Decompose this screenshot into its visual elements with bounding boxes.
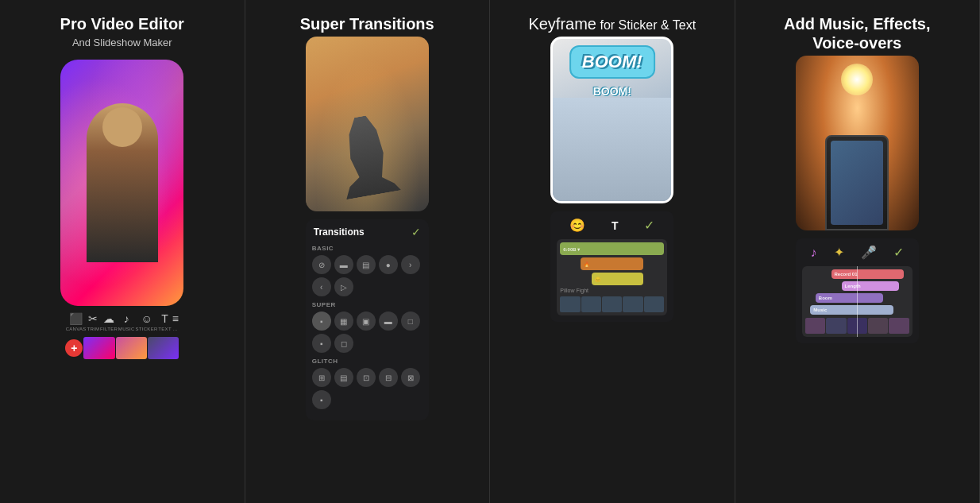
filter-icon: ☁ bbox=[103, 312, 114, 325]
toolbar-music[interactable]: ♪ MUSIC bbox=[118, 312, 135, 331]
glitch-label: GLITCH bbox=[312, 358, 422, 365]
trans-btn-4[interactable]: ● bbox=[379, 255, 398, 274]
music-icon-toolbar: ♪ bbox=[124, 312, 129, 325]
trans-btn-5[interactable]: › bbox=[401, 255, 420, 274]
keyframe-image: BOOM! BOOM! bbox=[550, 37, 673, 203]
people-background bbox=[553, 98, 671, 201]
super-btn-6[interactable]: ▪ bbox=[312, 334, 331, 353]
more-icon: ≡ bbox=[172, 312, 179, 325]
fs4-frame-4 bbox=[868, 318, 888, 334]
panel-keyframe: Keyframe for Sticker & Text BOOM! BOOM! … bbox=[490, 0, 735, 503]
super-btn-3[interactable]: ▣ bbox=[357, 311, 376, 331]
toolbar-filter[interactable]: ☁ FILTER bbox=[100, 312, 118, 331]
timeline-playhead bbox=[857, 266, 858, 337]
basic-transitions-row: ⊘ ▬ ▤ ● › ‹ ▷ bbox=[312, 255, 422, 296]
toolbar-bottom-1: ⬛ CANVAS ✂ TRIM ☁ FILTER ♪ MUSIC ☺ STICK… bbox=[60, 306, 183, 365]
fs3-frame-2 bbox=[581, 296, 601, 312]
kf-track-sticker: 🔥 bbox=[581, 257, 643, 270]
concert-image bbox=[796, 56, 919, 230]
glitch-btn-6[interactable]: ▪ bbox=[312, 390, 331, 409]
keyframe-icons-row: 😊 T ✓ bbox=[557, 218, 667, 233]
emoji-icon[interactable]: 😊 bbox=[569, 218, 585, 233]
trans-btn-1[interactable]: ⊘ bbox=[312, 255, 331, 274]
panel-2-title: Super Transitions bbox=[300, 14, 434, 33]
fs4-frame-1 bbox=[805, 318, 825, 334]
transitions-check[interactable]: ✓ bbox=[411, 226, 421, 238]
sparkle-icon[interactable]: ✦ bbox=[834, 245, 844, 260]
person-silhouette bbox=[87, 103, 158, 262]
super-transitions-row: ▪ ▦ ▣ ▬ □ ▪ ◻ bbox=[312, 311, 422, 353]
canvas-icon: ⬛ bbox=[69, 312, 83, 325]
toolbar-text[interactable]: T TEXT bbox=[158, 312, 172, 331]
glitch-transitions-row: ⊞ ▤ ⊡ ⊟ ⊠ ▪ bbox=[312, 368, 422, 409]
panel-3-title: Keyframe for Sticker & Text bbox=[528, 14, 696, 33]
basic-label: BASIC bbox=[312, 245, 422, 252]
super-btn-7[interactable]: ◻ bbox=[334, 334, 353, 353]
keyframe-bold: Keyframe bbox=[528, 15, 596, 33]
toolbar-icons-row: ⬛ CANVAS ✂ TRIM ☁ FILTER ♪ MUSIC ☺ STICK… bbox=[65, 312, 179, 331]
toolbar-more[interactable]: ≡ ... bbox=[172, 312, 179, 331]
filter-label: FILTER bbox=[100, 327, 118, 331]
add-clip-button[interactable]: + bbox=[65, 339, 83, 357]
transitions-header: Transitions ✓ bbox=[312, 226, 422, 238]
text-kf-icon[interactable]: T bbox=[612, 219, 619, 232]
super-btn-1[interactable]: ▪ bbox=[312, 311, 331, 331]
glitch-btn-5[interactable]: ⊠ bbox=[401, 368, 420, 387]
fs3-frame-5 bbox=[644, 296, 664, 312]
spotlight bbox=[841, 64, 873, 95]
canvas-label: CANVAS bbox=[66, 327, 87, 331]
panel-transitions: Super Transitions Transitions ✓ BASIC ⊘ … bbox=[245, 0, 491, 503]
audio-icons-row: ♪ ✦ 🎤 ✓ bbox=[802, 245, 912, 260]
filmstrip-3 bbox=[560, 296, 664, 312]
trans-btn-7[interactable]: ▷ bbox=[334, 277, 353, 296]
panel-1-title: Pro Video Editor bbox=[60, 14, 184, 33]
kf-track-text: 😊 bbox=[592, 273, 644, 285]
glitch-btn-1[interactable]: ⊞ bbox=[312, 368, 331, 387]
filmstrip-1: + bbox=[65, 336, 179, 360]
phone-hand bbox=[825, 135, 889, 230]
check-audio-icon[interactable]: ✓ bbox=[893, 245, 904, 260]
glitch-btn-4[interactable]: ⊟ bbox=[379, 368, 398, 387]
boom-track[interactable]: Boom bbox=[816, 293, 883, 303]
panel-1-subtitle: And Slideshow Maker bbox=[72, 37, 172, 48]
microphone-icon[interactable]: 🎤 bbox=[861, 245, 877, 260]
text-icon: T bbox=[161, 312, 168, 325]
skater-image bbox=[306, 37, 429, 211]
sticker-label: STICKER bbox=[135, 327, 157, 331]
toolbar-canvas[interactable]: ⬛ CANVAS bbox=[66, 312, 87, 331]
film-frame-2 bbox=[116, 337, 147, 359]
text-label: TEXT bbox=[158, 327, 172, 331]
trim-icon: ✂ bbox=[88, 312, 98, 325]
transitions-title: Transitions bbox=[314, 226, 365, 238]
boom-bubble: BOOM! bbox=[569, 45, 655, 79]
music-track[interactable]: Music bbox=[810, 305, 893, 315]
transitions-panel: Transitions ✓ BASIC ⊘ ▬ ▤ ● › ‹ ▷ SUPER … bbox=[306, 219, 429, 420]
trans-btn-6[interactable]: ‹ bbox=[312, 277, 331, 296]
trans-btn-2[interactable]: ▬ bbox=[334, 255, 353, 274]
length-track[interactable]: Length bbox=[842, 281, 899, 291]
trans-btn-3[interactable]: ▤ bbox=[357, 255, 376, 274]
glitch-btn-2[interactable]: ▤ bbox=[334, 368, 353, 387]
super-btn-2[interactable]: ▦ bbox=[334, 311, 353, 331]
super-btn-4[interactable]: ▬ bbox=[379, 311, 398, 331]
boom-text-2: BOOM! bbox=[593, 85, 631, 98]
panel-4-title: Add Music, Effects,Voice-overs bbox=[784, 14, 930, 52]
kf-track-main: 6:00B ▾ bbox=[560, 242, 664, 255]
film-frame-3 bbox=[148, 337, 179, 359]
film-frame-1 bbox=[83, 337, 114, 359]
music-note-icon[interactable]: ♪ bbox=[810, 246, 816, 260]
record-track[interactable]: Record 01 bbox=[831, 269, 905, 279]
toolbar-trim[interactable]: ✂ TRIM bbox=[87, 312, 99, 331]
keyframe-timeline: 6:00B ▾ 🔥 😊 Pillow Fight bbox=[557, 239, 667, 315]
kf-track-label: Pillow Fight bbox=[560, 288, 664, 293]
panel-audio: Add Music, Effects,Voice-overs ♪ ✦ 🎤 ✓ R… bbox=[735, 0, 981, 503]
check-kf-icon[interactable]: ✓ bbox=[644, 218, 654, 233]
boom-text-1: BOOM! bbox=[582, 52, 642, 72]
fs3-frame-4 bbox=[623, 296, 642, 312]
glitch-btn-3[interactable]: ⊡ bbox=[357, 368, 376, 387]
audio-tracks-container: Record 01 Length Boom Music bbox=[802, 266, 912, 337]
panel-pro-video-editor: Pro Video Editor And Slideshow Maker ⬛ C… bbox=[0, 0, 245, 503]
super-btn-5[interactable]: □ bbox=[401, 311, 420, 331]
toolbar-sticker[interactable]: ☺ STICKER bbox=[135, 312, 157, 331]
phone-screen-1 bbox=[60, 60, 183, 306]
